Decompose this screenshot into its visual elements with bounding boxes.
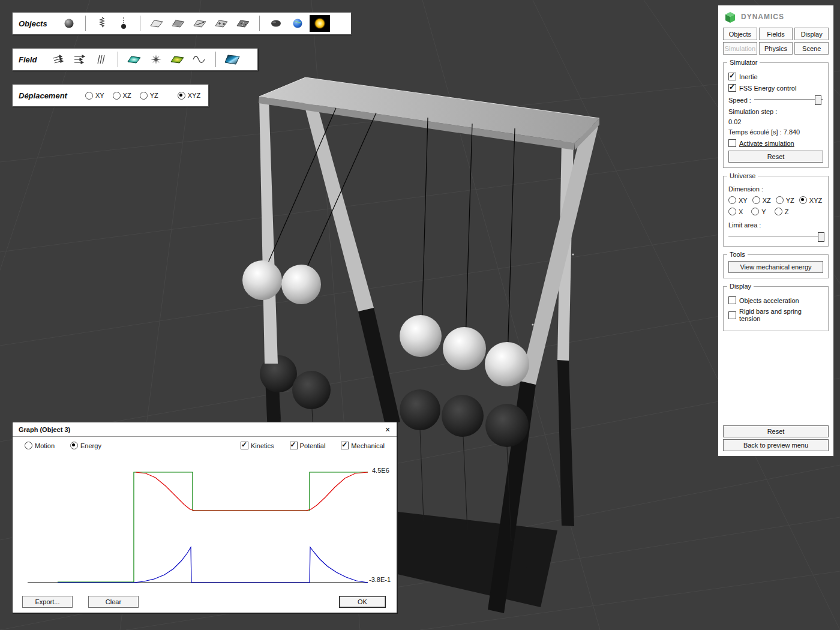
spring-icon[interactable] xyxy=(92,15,112,32)
radio[interactable] xyxy=(178,92,185,100)
deplacement-option-yz[interactable]: YZ xyxy=(140,92,158,100)
kinetics-checkbox-pair[interactable]: Kinetics xyxy=(241,442,274,449)
potential-checkbox-pair[interactable]: Potential xyxy=(290,442,326,449)
graph-buttons: Export... Clear OK xyxy=(22,596,386,608)
panel-reset-button[interactable]: Reset xyxy=(723,425,829,437)
dim-yz-radio[interactable]: YZ xyxy=(776,196,794,204)
activate-simulation-checkbox[interactable] xyxy=(728,139,736,147)
pendulum-ball-4[interactable] xyxy=(443,327,486,370)
fss-energy-label: FSS Energy control xyxy=(739,85,796,92)
toolbar-separator xyxy=(118,52,118,67)
radio[interactable] xyxy=(113,92,121,100)
sun-icon[interactable] xyxy=(310,15,330,32)
rigid-bars-checkbox[interactable] xyxy=(728,311,736,319)
sim-step-label: Simulation step : xyxy=(728,108,823,115)
sphere-icon[interactable] xyxy=(59,15,79,32)
objects-acceleration-row: Objects acceleration xyxy=(728,296,823,304)
speed-slider-thumb[interactable] xyxy=(815,95,821,105)
arrows-up-icon[interactable] xyxy=(49,51,68,68)
arrows-right-icon[interactable] xyxy=(70,51,89,68)
dim-xy-radio[interactable]: XY xyxy=(728,196,748,204)
tab-physics[interactable]: Physics xyxy=(759,42,793,55)
speed-slider-track xyxy=(754,99,823,100)
radio-label: X xyxy=(739,208,743,215)
wave-field-icon[interactable] xyxy=(190,51,209,68)
tab-scene[interactable]: Scene xyxy=(794,42,829,55)
mechanical-checkbox-pair[interactable]: Mechanical xyxy=(341,442,385,449)
radio[interactable] xyxy=(140,92,148,100)
close-icon[interactable]: × xyxy=(382,425,393,434)
tools-group: Tools View mechanical energy xyxy=(723,254,829,278)
box-icon[interactable] xyxy=(169,15,188,32)
objects-acceleration-checkbox[interactable] xyxy=(728,296,736,304)
graph-controls: Motion Energy Kinetics Potential Mechani… xyxy=(13,437,397,449)
radio[interactable] xyxy=(728,196,736,204)
tab-fields[interactable]: Fields xyxy=(759,28,793,40)
pendulum-ball-2[interactable] xyxy=(281,265,321,304)
ok-button[interactable]: OK xyxy=(339,596,386,608)
limit-area-slider[interactable] xyxy=(728,232,823,241)
radio[interactable] xyxy=(25,442,32,449)
tab-objects[interactable]: Objects xyxy=(723,28,757,40)
export-button[interactable]: Export... xyxy=(22,596,73,608)
dim-xz-radio[interactable]: XZ xyxy=(752,196,771,204)
marked-plane-icon[interactable] xyxy=(212,15,231,32)
radio[interactable] xyxy=(85,92,93,100)
pendulum-ball-3[interactable] xyxy=(400,315,442,357)
inertie-row: Inertie xyxy=(728,73,823,80)
textured-field-icon[interactable] xyxy=(223,51,242,68)
elapsed-time-label: Temps écoulé [s] : 7.840 xyxy=(728,128,823,136)
graph-window-titlebar[interactable]: Graph (Object 3) × xyxy=(13,422,397,437)
limit-area-slider-thumb[interactable] xyxy=(818,232,824,242)
reflected-ball xyxy=(442,395,484,437)
potential-checkbox[interactable] xyxy=(290,442,298,449)
vertical-lines-icon[interactable] xyxy=(92,51,111,68)
radio[interactable] xyxy=(752,196,760,204)
mechanical-checkbox[interactable] xyxy=(341,442,349,449)
radio[interactable] xyxy=(799,196,807,204)
back-to-preview-menu-button[interactable]: Back to preview menu xyxy=(723,439,829,451)
radio[interactable] xyxy=(728,208,736,215)
axis-y-radio[interactable]: Y xyxy=(751,208,766,215)
motion-radio[interactable]: Motion xyxy=(25,442,55,449)
gradient-field-icon[interactable] xyxy=(168,51,187,68)
deplacement-toolbar-label: Déplacement xyxy=(19,91,67,100)
radio[interactable] xyxy=(775,208,782,215)
kinetics-checkbox[interactable] xyxy=(241,442,248,449)
fss-energy-checkbox[interactable] xyxy=(728,84,736,92)
pendulum-icon[interactable] xyxy=(114,15,133,32)
radio-label: Energy xyxy=(80,442,101,449)
dynamics-panel: DYNAMICS Objects Fields Display Simulati… xyxy=(718,5,834,457)
radio[interactable] xyxy=(776,196,784,204)
pendulum-ball-5[interactable] xyxy=(485,342,529,386)
axis-x-radio[interactable]: X xyxy=(728,208,743,215)
uniform-field-icon[interactable] xyxy=(125,51,144,68)
earth-icon[interactable] xyxy=(288,15,307,32)
inclined-plane-icon[interactable] xyxy=(190,15,209,32)
panel-header: DYNAMICS xyxy=(718,5,833,26)
deplacement-option-xz[interactable]: XZ xyxy=(113,92,131,100)
clear-button[interactable]: Clear xyxy=(88,596,139,608)
speed-slider[interactable] xyxy=(754,95,823,104)
radial-field-icon[interactable] xyxy=(146,51,166,68)
energy-curve-mechanical xyxy=(136,472,368,511)
axis-z-radio[interactable]: Z xyxy=(775,208,789,215)
radio[interactable] xyxy=(70,442,78,449)
pendulum-ball-1[interactable] xyxy=(242,260,282,300)
energy-radio[interactable]: Energy xyxy=(70,442,101,449)
tab-display[interactable]: Display xyxy=(794,28,829,40)
deplacement-option-xyz[interactable]: XYZ xyxy=(178,92,200,100)
simulator-reset-button[interactable]: Reset xyxy=(728,151,823,163)
blob-icon[interactable] xyxy=(266,15,286,32)
y-axis-min-label: -3.8E-1 xyxy=(369,576,391,583)
inertie-checkbox[interactable] xyxy=(728,73,736,80)
terrain-icon[interactable] xyxy=(233,15,253,32)
deplacement-option-xy[interactable]: XY xyxy=(85,92,104,100)
dim-xyz-radio[interactable]: XYZ xyxy=(799,196,822,204)
view-mechanical-energy-button[interactable]: View mechanical energy xyxy=(728,261,823,273)
dimension-label: Dimension : xyxy=(728,185,823,193)
simulator-group: Simulator Inertie FSS Energy control Spe… xyxy=(723,62,829,168)
radio-label: XZ xyxy=(763,197,771,204)
radio[interactable] xyxy=(751,208,759,215)
plane-icon[interactable] xyxy=(147,15,166,32)
